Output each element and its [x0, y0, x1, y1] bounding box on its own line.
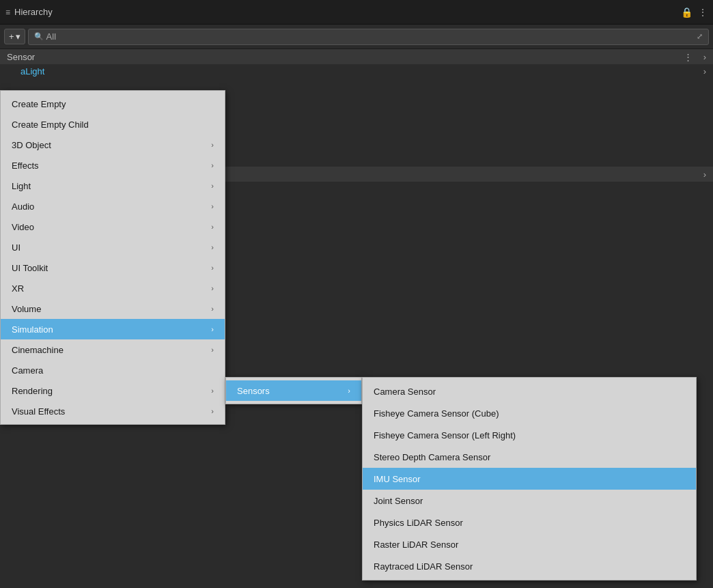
menu-camera-sensor[interactable]: Camera Sensor: [363, 380, 696, 402]
hamburger-icon: ≡: [5, 8, 10, 17]
menu-xr[interactable]: XR ›: [1, 278, 225, 298]
menu-camera[interactable]: Camera: [1, 360, 225, 380]
arrow-icon: ›: [211, 161, 214, 169]
joint-sensor-label: Joint Sensor: [374, 496, 423, 506]
item-alight-label: aLight: [20, 66, 44, 76]
menu-camera-label: Camera: [12, 365, 43, 376]
menu-volume-label: Volume: [12, 304, 41, 314]
arrow-icon: ›: [211, 305, 214, 313]
stereo-depth-label: Stereo Depth Camera Sensor: [374, 452, 490, 462]
physics-lidar-label: Physics LiDAR Sensor: [374, 518, 463, 528]
camera-sensor-label: Camera Sensor: [374, 387, 436, 397]
menu-sensors-label: Sensors: [237, 386, 270, 396]
menu-effects-label: Effects: [12, 160, 39, 171]
arrow-icon: ›: [211, 223, 214, 231]
arrow-icon: ›: [211, 141, 214, 149]
menu-3d-object[interactable]: 3D Object ›: [1, 135, 225, 155]
menu-visual-effects-label: Visual Effects: [12, 406, 65, 417]
menu-simulation[interactable]: Simulation ›: [1, 319, 225, 339]
menu-light[interactable]: Light ›: [1, 176, 225, 196]
arrow-icon: ›: [348, 387, 350, 395]
section-expand-icon[interactable]: ›: [703, 52, 706, 62]
menu-physics-lidar[interactable]: Physics LiDAR Sensor: [363, 512, 696, 533]
arrow-icon: ›: [211, 387, 214, 395]
menu-xr-label: XR: [12, 283, 24, 294]
raytraced-lidar-label: Raytraced LiDAR Sensor: [374, 561, 473, 572]
menu-ui-toolkit-label: UI Toolkit: [12, 263, 48, 273]
arrow-icon: ›: [211, 346, 214, 354]
menu-ui-toolkit[interactable]: UI Toolkit ›: [1, 257, 225, 278]
menu-visual-effects[interactable]: Visual Effects ›: [1, 401, 225, 421]
menu-ui[interactable]: UI ›: [1, 237, 225, 257]
raster-lidar-label: Raster LiDAR Sensor: [374, 540, 458, 550]
search-placeholder: All: [46, 31, 56, 42]
hierarchy-item-alight: aLight ›: [0, 64, 713, 78]
section-expand-icon-2[interactable]: ›: [703, 169, 706, 180]
add-label: +: [9, 31, 14, 42]
panel-title: Hierarchy: [14, 7, 53, 17]
menu-audio[interactable]: Audio ›: [1, 196, 225, 216]
toolbar: + ▾ 🔍 All ⤢: [0, 25, 713, 49]
imu-sensor-label: IMU Sensor: [374, 474, 421, 484]
search-icon: 🔍: [34, 32, 44, 41]
menu-video[interactable]: Video ›: [1, 216, 225, 237]
menu-fisheye-cube[interactable]: Fisheye Camera Sensor (Cube): [363, 402, 696, 424]
right-expand-icon[interactable]: ›: [703, 66, 706, 76]
menu-rendering[interactable]: Rendering ›: [1, 380, 225, 401]
menu-raytraced-lidar[interactable]: Raytraced LiDAR Sensor: [363, 555, 696, 577]
more-options-icon[interactable]: ⋮: [698, 7, 708, 18]
menu-create-empty-child[interactable]: Create Empty Child: [1, 114, 225, 135]
menu-cinemachine[interactable]: Cinemachine ›: [1, 339, 225, 360]
lock-icon[interactable]: 🔒: [681, 7, 693, 18]
arrow-icon: ›: [211, 202, 214, 210]
menu-stereo-depth[interactable]: Stereo Depth Camera Sensor: [363, 446, 696, 468]
menu-raster-lidar[interactable]: Raster LiDAR Sensor: [363, 533, 696, 555]
menu-rendering-label: Rendering: [12, 386, 53, 396]
menu-video-label: Video: [12, 222, 34, 232]
fisheye-cube-label: Fisheye Camera Sensor (Cube): [374, 408, 499, 419]
menu-sensors[interactable]: Sensors ›: [226, 380, 361, 401]
main-content: Sensor ⋮ › aLight › › Sensor a ra ector …: [0, 49, 713, 588]
menu-ui-label: UI: [12, 242, 20, 253]
header-actions: 🔒 ⋮: [681, 7, 708, 18]
arrow-icon: ›: [211, 284, 214, 292]
section-dots-icon[interactable]: ⋮: [684, 52, 693, 62]
arrow-icon: ›: [211, 243, 214, 251]
arrow-icon: ›: [211, 325, 214, 333]
menu-level1: Create Empty Create Empty Child 3D Objec…: [0, 90, 225, 425]
menu-effects[interactable]: Effects ›: [1, 155, 225, 176]
section-bar-sensor: Sensor ⋮ ›: [0, 49, 713, 64]
menu-level3: Camera Sensor Fisheye Camera Sensor (Cub…: [362, 377, 697, 580]
menu-create-empty-label: Create Empty: [12, 99, 66, 109]
fisheye-lr-label: Fisheye Camera Sensor (Left Right): [374, 430, 516, 440]
hierarchy-title: ≡ Hierarchy: [5, 7, 53, 17]
menu-imu-sensor[interactable]: IMU Sensor: [363, 468, 696, 490]
search-bar: 🔍 All ⤢: [28, 29, 709, 45]
menu-cinemachine-label: Cinemachine: [12, 345, 64, 355]
arrow-icon: ›: [211, 182, 214, 190]
menu-fisheye-lr[interactable]: Fisheye Camera Sensor (Left Right): [363, 424, 696, 446]
menu-3d-object-label: 3D Object: [12, 140, 51, 150]
hierarchy-header: ≡ Hierarchy 🔒 ⋮: [0, 0, 713, 25]
arrow-icon: ›: [211, 407, 214, 415]
menu-joint-sensor[interactable]: Joint Sensor: [363, 490, 696, 512]
expand-icon[interactable]: ⤢: [697, 32, 703, 41]
menu-audio-label: Audio: [12, 201, 34, 212]
menu-level2: Sensors ›: [225, 377, 362, 404]
menu-simulation-label: Simulation: [12, 324, 53, 335]
arrow-icon: ›: [211, 264, 214, 272]
menu-light-label: Light: [12, 181, 31, 191]
add-button[interactable]: + ▾: [4, 29, 25, 44]
menu-volume[interactable]: Volume ›: [1, 298, 225, 319]
menu-create-empty[interactable]: Create Empty: [1, 94, 225, 114]
dropdown-arrow: ▾: [16, 31, 20, 42]
menu-create-empty-child-label: Create Empty Child: [12, 120, 89, 130]
section-sensor-label: Sensor: [7, 52, 35, 62]
